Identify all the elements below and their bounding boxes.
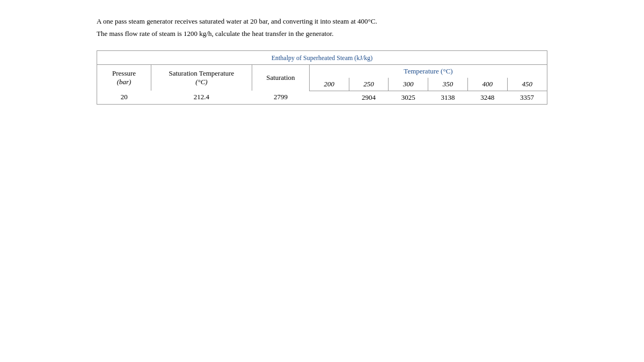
table-title: Enthalpy of Superheated Steam (kJ/kg) <box>97 51 547 65</box>
temp-300-header: 300 <box>389 78 428 91</box>
problem-line-1: A one pass steam generator receives satu… <box>97 16 547 27</box>
problem-line-2: The mass flow rate of steam is 1200 kg/h… <box>97 28 547 40</box>
temp-250-header: 250 <box>349 78 389 91</box>
problem-text: A one pass steam generator receives satu… <box>97 16 547 40</box>
temp-350-value: 3138 <box>428 91 468 104</box>
pressure-header: Pressure (bar) <box>97 65 151 91</box>
temp-350-header: 350 <box>428 78 468 91</box>
sat-temp-value: 212.4 <box>151 91 252 104</box>
table-row: 20 212.4 2799 2904 3025 3138 3248 3357 <box>97 91 547 104</box>
sat-temp-header: Saturation Temperature (°C) <box>151 65 252 91</box>
temp-450-header: 450 <box>507 78 547 91</box>
pressure-value: 20 <box>97 91 151 104</box>
header-row-1: Pressure (bar) Saturation Temperature (°… <box>97 65 547 78</box>
table-container: Enthalpy of Superheated Steam (kJ/kg) Pr… <box>97 50 547 105</box>
page-content: A one pass steam generator receives satu… <box>0 0 644 105</box>
temperature-group-header: Temperature (°C) <box>310 65 547 78</box>
temp-400-header: 400 <box>467 78 507 91</box>
temp-400-value: 3248 <box>467 91 507 104</box>
temp-300-value: 3025 <box>389 91 428 104</box>
temp-450-value: 3357 <box>507 91 547 104</box>
temp-200-header: 200 <box>310 78 349 91</box>
temp-200-value <box>310 91 349 104</box>
temp-250-value: 2904 <box>349 91 389 104</box>
saturation-header: Saturation <box>252 65 309 91</box>
saturation-value: 2799 <box>252 91 309 104</box>
enthalpy-table: Pressure (bar) Saturation Temperature (°… <box>97 65 547 104</box>
